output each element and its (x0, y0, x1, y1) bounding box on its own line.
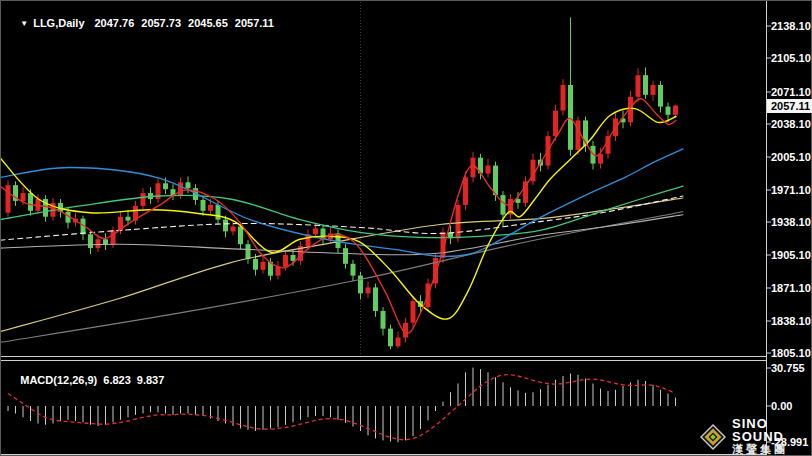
candle-body (636, 75, 641, 97)
symbol-period-label: LLG,Daily (33, 17, 84, 29)
broker-logo: SINO SOUND 漢聲集團 (700, 417, 812, 456)
candle-body (28, 193, 33, 211)
candle-body (396, 338, 401, 347)
candle-body (178, 182, 183, 195)
ma-fast-red-line (0, 99, 676, 334)
candle-body (283, 255, 288, 267)
candle-body (126, 217, 131, 221)
candle-body (373, 287, 378, 311)
candle-body (88, 234, 93, 248)
candle-body (486, 166, 491, 174)
candle-body (403, 323, 408, 338)
candle-body (351, 264, 356, 276)
candle-body (163, 183, 168, 189)
logo-subtitle: 漢聲集團 (732, 443, 812, 456)
ohlc-low: 2045.65 (188, 17, 228, 29)
candle-body (471, 158, 476, 178)
price-axis-label: 30.755 (771, 362, 812, 374)
price-axis-label: 2005.10 (771, 151, 812, 163)
candle-body (643, 75, 648, 95)
candle-body (238, 227, 243, 245)
price-axis-label: 0.00 (771, 400, 812, 412)
candle-body (366, 287, 371, 293)
candle-body (246, 244, 251, 259)
candle-body (411, 301, 416, 323)
candle-body (111, 230, 116, 244)
candle-body (358, 276, 363, 294)
candle-body (231, 227, 236, 232)
price-axis-label: 1938.10 (771, 216, 812, 228)
candle-body (96, 239, 101, 248)
candle-body (658, 85, 663, 107)
ohlc-open: 2047.76 (95, 17, 135, 29)
candle-body (456, 205, 461, 238)
candle-body (223, 220, 228, 232)
candle-body (186, 182, 191, 188)
candle-body (313, 229, 318, 235)
current-price-tag: 2057.11 (767, 99, 812, 113)
candle-body (501, 195, 506, 215)
trading-chart-window: ▼LLG,Daily2047.762057.732045.652057.11 M… (0, 0, 812, 456)
candle-body (216, 205, 221, 220)
price-axis-label: 2071.10 (771, 86, 812, 98)
candle-body (253, 259, 258, 270)
price-axis-label: 1871.10 (771, 282, 812, 294)
price-axis-label: 2105.10 (771, 52, 812, 64)
candle-body (568, 85, 573, 150)
price-axis-label: 1905.10 (771, 249, 812, 261)
candle-body (103, 239, 108, 244)
candle-body (201, 200, 206, 211)
candle-body (261, 262, 266, 270)
candle-body (553, 111, 558, 137)
price-axis-label: 2138.10 (771, 20, 812, 32)
macd-name: MACD(12,26,9) (20, 374, 97, 386)
candle-body (463, 177, 468, 205)
macd-value: 6.823 (103, 374, 131, 386)
candle-body (343, 248, 348, 264)
price-axis-label: 2038.10 (771, 118, 812, 130)
candle-body (21, 193, 26, 201)
candle-body (208, 205, 213, 211)
candle-body (673, 106, 678, 115)
logo-diamond-icon (700, 422, 726, 452)
candle-body (141, 193, 146, 206)
candle-body (493, 166, 498, 196)
ohlc-close: 2057.11 (235, 17, 274, 29)
candle-body (666, 107, 671, 115)
price-axis-label: 1838.10 (771, 315, 812, 327)
symbol-dropdown-marker-icon[interactable]: ▼ (20, 19, 28, 28)
candle-body (291, 255, 296, 261)
candle-body (381, 311, 386, 329)
candle-body (561, 85, 566, 111)
chart-title: ▼LLG,Daily2047.762057.732045.652057.11 (8, 5, 281, 41)
candle-body (6, 185, 11, 213)
ma-yellow-line (0, 108, 676, 319)
price-axis-label: 1805.10 (771, 347, 812, 359)
price-axis-label: 1971.10 (771, 184, 812, 196)
logo-title: SINO SOUND (732, 417, 812, 443)
ohlc-high: 2057.73 (141, 17, 181, 29)
macd-signal-value: 9.837 (137, 374, 165, 386)
candle-body (388, 329, 393, 347)
candle-body (651, 85, 656, 95)
macd-indicator-label: MACD(12,26,9)6.8239.837 (8, 362, 170, 398)
